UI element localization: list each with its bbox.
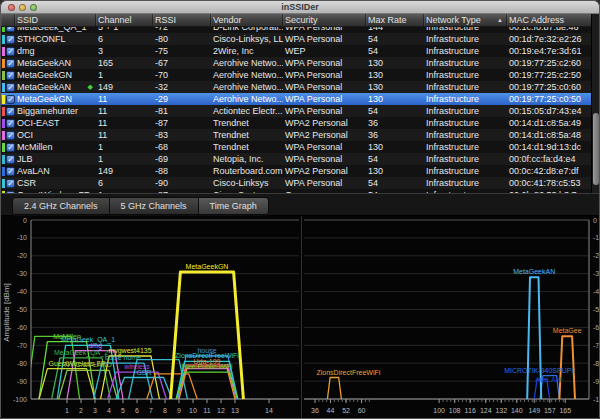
cell-security: WPA Personal — [283, 93, 366, 105]
cell-mac: 00:14:d1:9d:13:dc — [507, 141, 593, 153]
svg-text:13: 13 — [231, 407, 239, 414]
table-row[interactable]: ✓Biggamehunter11-81Actiontec Electr...WP… — [1, 105, 593, 117]
row-checkbox[interactable]: ✓ — [6, 155, 15, 164]
cell-vendor: Routerboard.com — [211, 165, 283, 177]
row-checkbox[interactable]: ✓ — [6, 27, 15, 32]
svg-text:140: 140 — [511, 407, 523, 414]
network-color-swatch — [2, 131, 5, 140]
cell-ssid: MetaGeekGN — [15, 93, 96, 105]
column-header-channel[interactable]: Channel — [96, 14, 153, 26]
row-checkbox[interactable]: ✓ — [6, 119, 15, 128]
row-checkbox[interactable]: ✓ — [6, 107, 15, 116]
row-check-cell: ✓ — [1, 45, 15, 57]
table-row[interactable]: ✓MetaGeekAN165-67Aerohive Netwo...WPA Pe… — [1, 57, 593, 69]
row-checkbox[interactable]: ✓ — [6, 71, 15, 80]
svg-text:-10: -10 — [17, 234, 27, 241]
table-row[interactable]: ✓JLB1-69Netopia, Inc.WPA Personal54Infra… — [1, 153, 593, 165]
cell-mac: 00:1d:7e:32:e2:26 — [507, 33, 593, 45]
column-header-cb[interactable] — [1, 14, 15, 26]
vertical-scrollbar[interactable] — [591, 14, 599, 193]
table-row[interactable]: ✓OCI-EAST11-87TrendnetWPA2 Personal36Inf… — [1, 117, 593, 129]
svg-text:9: 9 — [177, 407, 181, 414]
cell-rssi: -81 — [153, 105, 211, 117]
table-row[interactable]: ✓STHCONFL6-80Cisco-Linksys, LLCWPA Perso… — [1, 33, 593, 45]
row-check-cell: ✓ — [1, 27, 15, 33]
row-checkbox[interactable]: ✓ — [6, 95, 15, 104]
svg-text:-10: -10 — [593, 234, 600, 241]
tab-2-4-ghz-channels[interactable]: 2.4 GHz Channels — [13, 198, 110, 214]
network-table[interactable]: ✓MetaGeek_QA_15 + 1-72D-Link Corporati..… — [1, 27, 593, 193]
column-header-ssid[interactable]: SSID — [15, 14, 96, 26]
row-checkbox[interactable]: ✓ — [6, 35, 15, 44]
cell-rssi: -90 — [153, 177, 211, 189]
table-row[interactable]: ✓OCI11-83TrendnetWPA2 Personal36Infrastr… — [1, 129, 593, 141]
cell-vendor: D-Link Corporati... — [211, 27, 283, 33]
row-checkbox[interactable]: ✓ — [6, 143, 15, 152]
table-row[interactable]: ✓MetaGeekGN11-29Aerohive Netwo...WPA Per… — [1, 93, 593, 105]
cell-rssi: -75 — [153, 45, 211, 57]
cell-network_type: Infrastructure — [424, 117, 507, 129]
row-check-cell: ✓ — [1, 141, 15, 153]
cell-vendor: 2Wire, Inc — [211, 45, 283, 57]
cell-max_rate: 130 — [366, 57, 424, 69]
svg-text:3: 3 — [93, 407, 97, 414]
app-window: inSSIDer SSIDChannelRSSIVendorSecurityMa… — [0, 0, 600, 419]
column-header-max_rate[interactable]: Max Rate — [366, 14, 424, 26]
cell-channel: 149 — [96, 165, 153, 177]
cell-channel: 11 — [96, 105, 153, 117]
table-row[interactable]: ✓MetaGeekAN◆149-32Aerohive Netwo...WPA P… — [1, 81, 593, 93]
table-row[interactable]: ✓MetaGeek_QA_15 + 1-72D-Link Corporati..… — [1, 27, 593, 33]
cell-network_type: Infrastructure — [424, 165, 507, 177]
scrollbar-thumb[interactable] — [593, 113, 599, 185]
column-header-mac[interactable]: MAC Address — [507, 14, 593, 26]
cell-ssid: JLB — [15, 153, 96, 165]
svg-text:0: 0 — [23, 217, 27, 224]
tab-time-graph[interactable]: Time Graph — [199, 198, 268, 214]
row-checkbox[interactable]: ✓ — [6, 131, 15, 140]
cell-security: WPA Personal — [283, 177, 366, 189]
svg-text:-60: -60 — [593, 324, 600, 331]
table-row[interactable]: ✓CSR6-90Cisco-LinksysWPA Personal54Infra… — [1, 177, 593, 189]
column-header-security[interactable]: Security — [283, 14, 366, 26]
cell-ssid: CSR — [15, 177, 96, 189]
svg-text:132: 132 — [495, 407, 507, 414]
svg-text:8: 8 — [163, 407, 167, 414]
cell-rssi: -69 — [153, 153, 211, 165]
cell-ssid: dmg — [15, 45, 96, 57]
table-row[interactable]: ✓McMillen1-68TrendnetWPA Personal130Infr… — [1, 141, 593, 153]
svg-text:2: 2 — [79, 407, 83, 414]
cell-ssid: OCI-EAST — [15, 117, 96, 129]
column-header-network_type[interactable]: Network Type▲ — [424, 14, 507, 26]
svg-text:-60: -60 — [17, 324, 27, 331]
row-checkbox[interactable]: ✓ — [6, 167, 15, 176]
sort-indicator-icon: ▲ — [497, 15, 503, 26]
graph-panel-5ghz: 0-10-20-30-40-50-60-70-80-90-10036445260… — [301, 216, 600, 419]
table-row[interactable]: ✓dmg3-752Wire, IncWEP54Infrastructure00:… — [1, 45, 593, 57]
svg-text:124: 124 — [480, 407, 492, 414]
row-checkbox[interactable]: ✓ — [6, 83, 15, 92]
row-checkbox[interactable]: ✓ — [6, 59, 15, 68]
row-checkbox[interactable]: ✓ — [6, 47, 15, 56]
partial-row-top[interactable]: ✓MetaGeek_QA_15 + 1-72D-Link Corporati..… — [1, 27, 593, 33]
cell-channel: 1 — [96, 141, 153, 153]
cell-channel: 11 — [96, 117, 153, 129]
table-row[interactable]: ✓AvaLAN149-88Routerboard.comWPA2 Persona… — [1, 165, 593, 177]
cell-max_rate: 130 — [366, 81, 424, 93]
row-checkbox[interactable]: ✓ — [6, 179, 15, 188]
cell-vendor: Aerohive Netwo... — [211, 93, 283, 105]
cell-security: WPA Personal — [283, 33, 366, 45]
svg-text:-30: -30 — [593, 270, 600, 277]
column-header-rssi[interactable]: RSSI — [153, 14, 211, 26]
table-row[interactable]: ✓MetaGeekGN1-70Aerohive Netwo...WPA Pers… — [1, 69, 593, 81]
cell-security: WPA Personal — [283, 57, 366, 69]
network-label: GSR — [136, 369, 151, 376]
network-curve — [39, 369, 95, 399]
column-header-vendor[interactable]: Vendor — [211, 14, 283, 26]
tab-5-ghz-channels[interactable]: 5 GHz Channels — [110, 198, 199, 214]
network-color-swatch — [2, 167, 5, 176]
title-bar[interactable]: inSSIDer — [1, 1, 599, 14]
svg-text:5: 5 — [121, 407, 125, 414]
svg-text:36: 36 — [311, 407, 319, 414]
svg-text:108: 108 — [449, 407, 461, 414]
svg-text:-30: -30 — [17, 270, 27, 277]
